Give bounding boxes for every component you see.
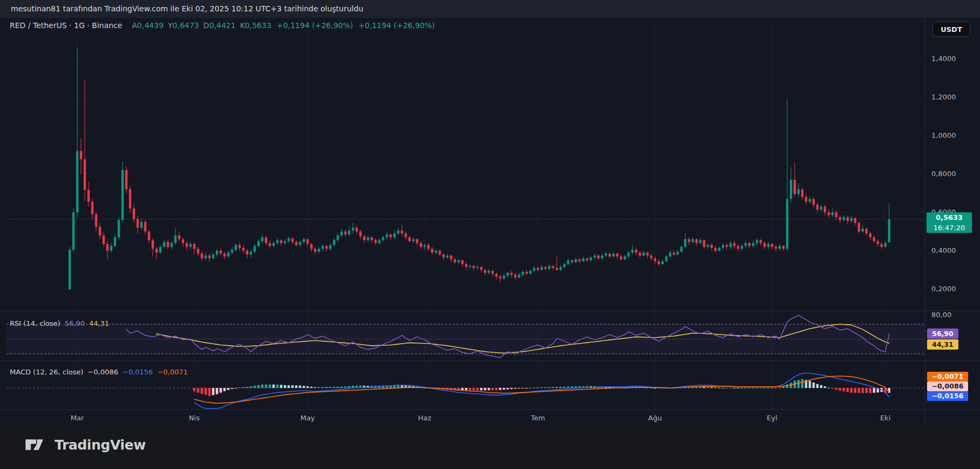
time-tick-Eyl: Eyl — [767, 414, 777, 422]
countdown-timer: 16:47:20 — [927, 223, 972, 232]
rsi-legend: RSI (14, close)56,9044,31 — [10, 319, 109, 327]
rsi-title[interactable]: RSI (14, close) — [10, 319, 61, 327]
change-value: +0,1194 (+26,90%) — [277, 21, 353, 30]
price-tick: 1,0000 — [931, 132, 956, 139]
close-prefix: K — [240, 21, 245, 30]
symbol-legend: RED / TetherUS · 1G · BinanceA0,4439Y0,6… — [10, 21, 435, 30]
price-tick: 0,2000 — [931, 285, 956, 293]
rsi-ma-badge: 44,31 — [927, 339, 958, 350]
tradingview-logo-text: TradingView — [55, 437, 146, 453]
macd-line-badge: −0,0156 — [927, 391, 968, 401]
open-value: 0,4439 — [137, 21, 164, 30]
time-tick-Haz: Haz — [418, 414, 432, 422]
macd-legend: MACD (12, 26, close)−0,0086−0,0156−0,007… — [10, 368, 188, 376]
rsi-axis-tick[interactable]: 80,00 — [931, 311, 951, 319]
change-value-2: +0,1194 (+26,90%) — [359, 21, 435, 30]
time-tick-Eki: Eki — [880, 414, 890, 422]
time-tick-Ağu: Ağu — [648, 414, 662, 422]
rsi-ma-value: 44,31 — [89, 319, 109, 327]
time-tick-May: May — [300, 414, 315, 422]
price-tick: 0,4000 — [931, 247, 956, 254]
tradingview-logo[interactable]: TradingView — [24, 436, 146, 453]
high-value: 0,6473 — [172, 21, 199, 30]
rsi-value-badge: 56,90 — [927, 329, 958, 339]
low-prefix: D — [203, 21, 209, 30]
low-value: 0,4421 — [209, 21, 236, 30]
currency-toggle-button[interactable]: USDT — [932, 22, 970, 37]
footer-bar: TradingView — [0, 427, 980, 469]
price-tick: 1,2000 — [931, 93, 956, 101]
tradingview-chart-page: mesutinan81 tarafından TradingView.com i… — [0, 0, 980, 469]
tradingview-logo-icon — [24, 436, 48, 453]
last-price-label: 0,5633 16:47:20 — [927, 212, 972, 233]
macd-signal-badge: −0,0071 — [927, 372, 968, 381]
symbol-title[interactable]: RED / TetherUS · 1G · Binance — [10, 21, 122, 30]
chart-canvas[interactable] — [0, 0, 980, 469]
time-tick-Nis: Nis — [189, 414, 200, 422]
time-tick-Mar: Mar — [71, 414, 84, 422]
macd-hist-badge: −0,0086 — [927, 381, 968, 391]
macd-line-value: −0,0156 — [123, 368, 153, 376]
time-tick-Tem: Tem — [531, 414, 545, 422]
price-tick: 1,4000 — [931, 55, 956, 63]
price-tick: 0,8000 — [931, 170, 956, 178]
rsi-value: 56,90 — [65, 319, 85, 327]
macd-title[interactable]: MACD (12, 26, close) — [10, 368, 83, 376]
open-prefix: A — [132, 21, 137, 30]
last-price-value: 0,5633 — [927, 212, 972, 223]
close-value: 0,5633 — [245, 21, 271, 30]
macd-signal-value: −0,0071 — [157, 368, 187, 376]
macd-hist-value: −0,0086 — [88, 368, 118, 376]
